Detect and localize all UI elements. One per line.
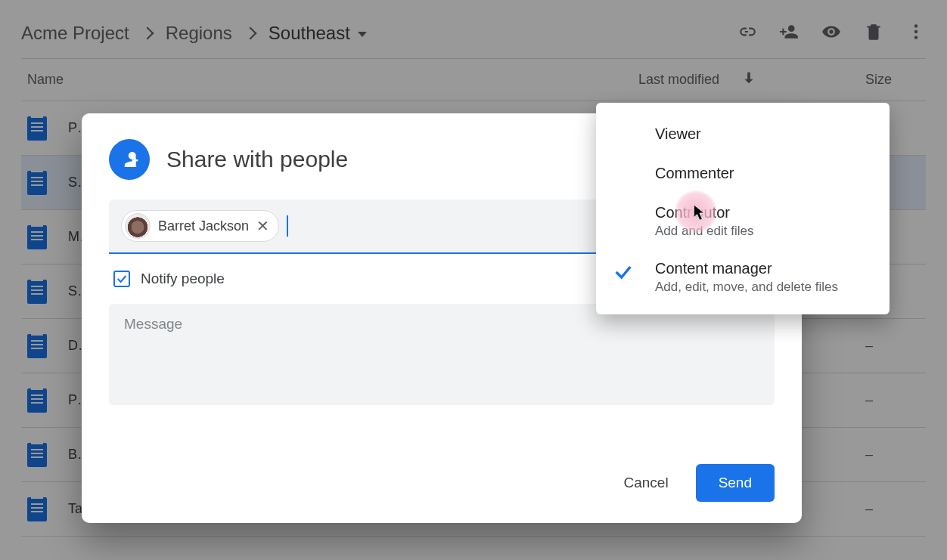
check-icon	[613, 261, 634, 283]
role-desc: Add, edit, move, and delete files	[655, 280, 838, 295]
send-button[interactable]: Send	[696, 464, 775, 502]
avatar	[125, 213, 151, 239]
message-input[interactable]: Message	[109, 304, 775, 405]
role-label: Commenter	[655, 163, 734, 183]
cancel-button[interactable]: Cancel	[617, 467, 674, 499]
notify-checkbox[interactable]	[113, 271, 130, 287]
role-option-viewer[interactable]: Viewer	[596, 113, 890, 153]
role-desc: Add and edit files	[655, 224, 753, 239]
dialog-actions: Cancel Send	[617, 464, 775, 502]
message-placeholder: Message	[124, 316, 182, 332]
dialog-title: Share with people	[166, 147, 348, 172]
role-label: Contributor	[655, 203, 753, 222]
role-option-contributor[interactable]: Contributor Add and edit files	[596, 192, 890, 248]
role-label: Viewer	[655, 124, 701, 144]
text-caret	[287, 215, 288, 237]
notify-label: Notify people	[141, 271, 225, 287]
role-option-content-manager[interactable]: Content manager Add, edit, move, and del…	[596, 248, 890, 304]
person-name: Barret Jackson	[158, 218, 249, 234]
role-dropdown: Viewer Commenter Contributor Add and edi…	[596, 103, 890, 314]
share-person-icon	[109, 139, 150, 180]
remove-chip-icon[interactable]: ✕	[256, 218, 269, 234]
role-label: Content manager	[655, 258, 838, 278]
role-option-commenter[interactable]: Commenter	[596, 153, 890, 192]
person-chip[interactable]: Barret Jackson ✕	[121, 210, 279, 242]
